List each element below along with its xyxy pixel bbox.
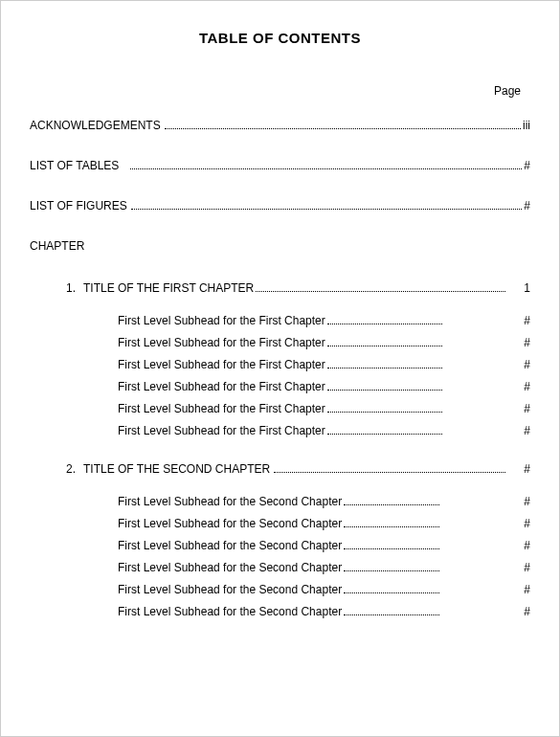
toc-page-number: # (507, 561, 530, 574)
toc-page-number: # (507, 539, 530, 552)
toc-chapter-row: 1. TITLE OF THE FIRST CHAPTER 1 (30, 281, 530, 295)
toc-page-number: # (507, 336, 530, 349)
toc-subhead-row: First Level Subhead for the First Chapte… (118, 380, 530, 393)
subhead-label: First Level Subhead for the Second Chapt… (118, 583, 342, 596)
leader-dots (131, 209, 523, 210)
toc-page-number: # (507, 314, 530, 327)
chapter-1-sublist: First Level Subhead for the First Chapte… (30, 314, 530, 437)
toc-entry-acknowledgements: ACKNOWLEDGEMENTS iii (30, 119, 530, 132)
toc-page-number: # (507, 402, 530, 415)
subhead-label: First Level Subhead for the Second Chapt… (118, 605, 342, 618)
toc-subhead-row: First Level Subhead for the First Chapte… (118, 402, 530, 415)
leader-dots (344, 614, 439, 615)
chapter-number: 2. (66, 462, 76, 476)
toc-page-number: # (507, 424, 530, 437)
subhead-label: First Level Subhead for the Second Chapt… (118, 539, 342, 552)
subhead-label: First Level Subhead for the Second Chapt… (118, 561, 342, 574)
leader-dots (274, 472, 505, 473)
subhead-label: First Level Subhead for the First Chapte… (118, 314, 325, 327)
subhead-label: First Level Subhead for the First Chapte… (118, 402, 325, 415)
toc-subhead-row: First Level Subhead for the First Chapte… (118, 358, 530, 371)
toc-page-number: # (507, 358, 530, 371)
toc-subhead-row: First Level Subhead for the Second Chapt… (118, 517, 530, 530)
leader-dots (327, 368, 442, 368)
chapter-title: TITLE OF THE SECOND CHAPTER (83, 462, 270, 476)
chapter-number: 1. (66, 281, 76, 295)
toc-subhead-row: First Level Subhead for the First Chapte… (118, 314, 530, 327)
leader-dots (344, 548, 439, 549)
toc-chapter-row: 2. TITLE OF THE SECOND CHAPTER # (30, 462, 530, 476)
subhead-label: First Level Subhead for the Second Chapt… (118, 517, 342, 530)
toc-page-number: # (507, 583, 530, 596)
subhead-label: First Level Subhead for the First Chapte… (118, 424, 325, 437)
toc-page-number: # (507, 462, 530, 476)
page-column-header: Page (30, 84, 530, 98)
leader-dots (327, 324, 442, 324)
toc-entry-list-of-figures: LIST OF FIGURES # (30, 199, 530, 212)
toc-label: ACKNOWLEDGEMENTS (30, 119, 161, 132)
subhead-label: First Level Subhead for the First Chapte… (118, 380, 325, 393)
leader-dots (327, 390, 442, 391)
leader-dots (130, 168, 522, 169)
leader-dots (344, 570, 439, 571)
leader-dots (327, 434, 442, 435)
toc-subhead-row: First Level Subhead for the Second Chapt… (118, 561, 530, 574)
toc-page-number: # (507, 380, 530, 393)
toc-subhead-row: First Level Subhead for the First Chapte… (118, 336, 530, 349)
leader-dots (344, 504, 439, 505)
toc-entry-list-of-tables: LIST OF TABLES # (30, 159, 530, 172)
toc-page-number: # (524, 199, 530, 212)
chapter-section-heading: CHAPTER (30, 239, 530, 253)
toc-page-number: # (507, 517, 530, 530)
toc-subhead-row: First Level Subhead for the Second Chapt… (118, 583, 530, 596)
toc-subhead-row: First Level Subhead for the Second Chapt… (118, 539, 530, 552)
toc-page-number: 1 (507, 281, 530, 295)
toc-page-number: # (507, 605, 530, 618)
leader-dots (256, 291, 505, 292)
leader-dots (165, 128, 521, 129)
toc-subhead-row: First Level Subhead for the Second Chapt… (118, 605, 530, 618)
subhead-label: First Level Subhead for the First Chapte… (118, 358, 325, 371)
toc-page-number: iii (523, 119, 530, 132)
toc-subhead-row: First Level Subhead for the Second Chapt… (118, 495, 530, 508)
toc-label: LIST OF TABLES (30, 159, 119, 172)
leader-dots (344, 526, 439, 527)
toc-subhead-row: First Level Subhead for the First Chapte… (118, 424, 530, 437)
leader-dots (327, 412, 442, 413)
chapter-title: TITLE OF THE FIRST CHAPTER (83, 281, 254, 295)
toc-page-number: # (524, 159, 530, 172)
toc-label: LIST OF FIGURES (30, 199, 127, 212)
chapter-2-sublist: First Level Subhead for the Second Chapt… (30, 495, 530, 618)
subhead-label: First Level Subhead for the First Chapte… (118, 336, 325, 349)
subhead-label: First Level Subhead for the Second Chapt… (118, 495, 342, 508)
page-title: TABLE OF CONTENTS (30, 30, 530, 46)
toc-page-number: # (507, 495, 530, 508)
leader-dots (327, 346, 442, 346)
leader-dots (344, 592, 439, 593)
